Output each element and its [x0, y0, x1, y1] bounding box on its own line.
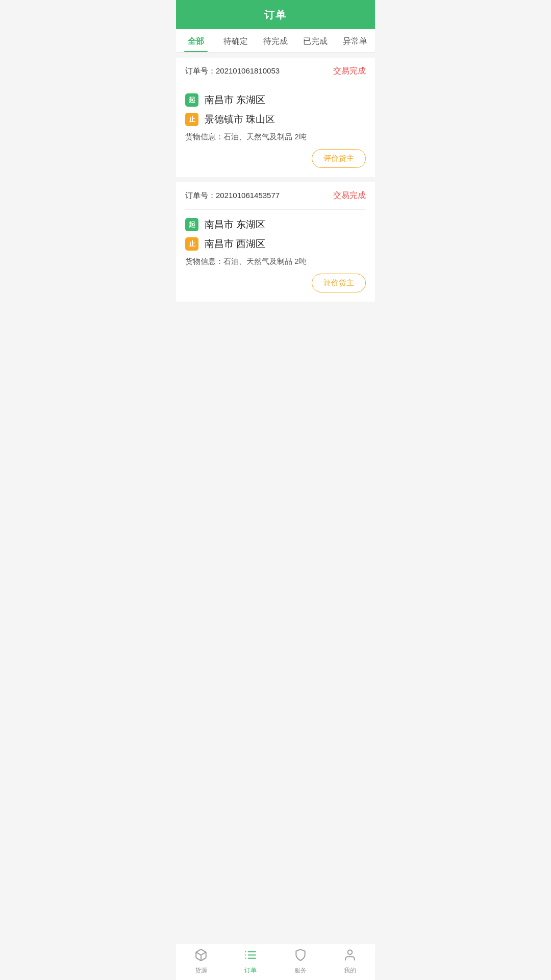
order-header-2: 订单号：202101061453577 交易完成	[185, 190, 366, 201]
list-icon	[244, 948, 257, 965]
bottom-nav: 货源 订单 服务 我的	[176, 944, 375, 980]
nav-cargo[interactable]: 货源	[176, 948, 226, 975]
shield-icon	[294, 948, 307, 965]
nav-order[interactable]: 订单	[226, 948, 276, 975]
start-location-1: 南昌市 东湖区	[205, 93, 265, 107]
end-tag-1: 止	[185, 113, 198, 126]
tab-bar: 全部 待确定 待完成 已完成 异常单	[176, 29, 375, 53]
order-number-1: 订单号：202101061810053	[185, 66, 280, 76]
tab-pending-complete[interactable]: 待完成	[256, 29, 295, 52]
tab-pending-confirm[interactable]: 待确定	[216, 29, 256, 52]
end-route-1: 止 景德镇市 珠山区	[185, 113, 366, 126]
start-tag-2: 起	[185, 218, 198, 231]
start-location-2: 南昌市 东湖区	[205, 218, 265, 231]
nav-service-label: 服务	[294, 966, 307, 975]
start-route-1: 起 南昌市 东湖区	[185, 93, 366, 107]
order-header-1: 订单号：202101061810053 交易完成	[185, 66, 366, 77]
nav-mine-label: 我的	[344, 966, 356, 975]
cargo-info-2: 货物信息：石油、天然气及制品 2吨	[185, 257, 366, 266]
tab-completed[interactable]: 已完成	[295, 29, 335, 52]
cargo-info-1: 货物信息：石油、天然气及制品 2吨	[185, 132, 366, 142]
divider-2	[185, 209, 366, 210]
evaluate-btn-2[interactable]: 评价货主	[312, 274, 366, 292]
order-status-1: 交易完成	[333, 66, 366, 77]
box-icon	[194, 948, 208, 965]
btn-row-1: 评价货主	[185, 149, 366, 168]
nav-order-label: 订单	[244, 966, 257, 975]
evaluate-btn-1[interactable]: 评价货主	[312, 149, 366, 168]
start-route-2: 起 南昌市 东湖区	[185, 218, 366, 231]
btn-row-2: 评价货主	[185, 274, 366, 292]
end-route-2: 止 南昌市 西湖区	[185, 237, 366, 251]
tab-all[interactable]: 全部	[176, 29, 216, 52]
app-header: 订单	[176, 0, 375, 29]
end-location-1: 景德镇市 珠山区	[205, 113, 275, 126]
divider-1	[185, 85, 366, 85]
nav-mine[interactable]: 我的	[325, 948, 375, 975]
order-number-2: 订单号：202101061453577	[185, 191, 280, 201]
tab-abnormal[interactable]: 异常单	[335, 29, 375, 52]
order-list: 订单号：202101061810053 交易完成 起 南昌市 东湖区 止 景德镇…	[176, 53, 375, 312]
person-icon	[343, 948, 357, 965]
svg-point-7	[348, 950, 353, 954]
order-card-2: 订单号：202101061453577 交易完成 起 南昌市 东湖区 止 南昌市…	[176, 182, 375, 302]
end-location-2: 南昌市 西湖区	[205, 237, 265, 251]
start-tag-1: 起	[185, 93, 198, 107]
page-title: 订单	[176, 8, 375, 22]
order-card-1: 订单号：202101061810053 交易完成 起 南昌市 东湖区 止 景德镇…	[176, 58, 375, 177]
end-tag-2: 止	[185, 237, 198, 251]
nav-service[interactable]: 服务	[276, 948, 325, 975]
order-status-2: 交易完成	[333, 190, 366, 201]
nav-cargo-label: 货源	[195, 966, 207, 975]
